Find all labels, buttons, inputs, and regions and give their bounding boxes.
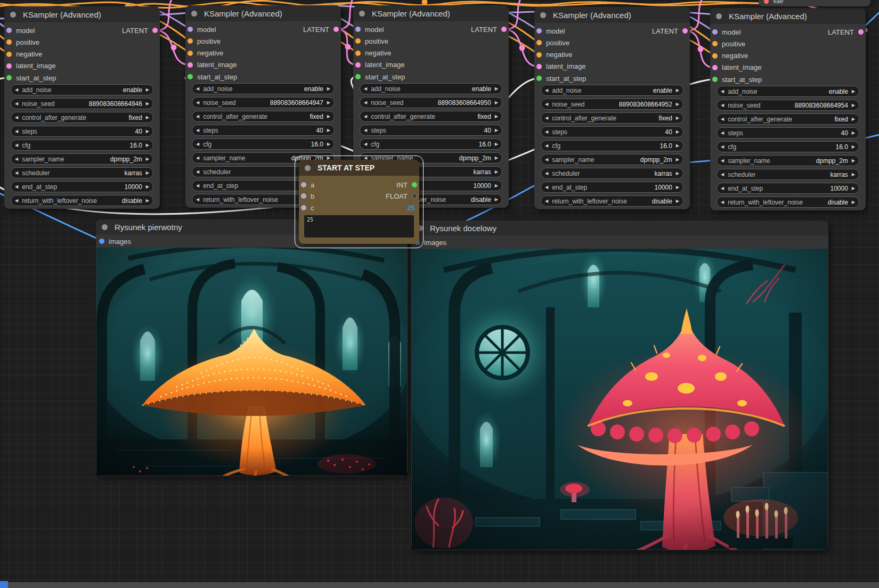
decrement-arrow[interactable]: ◀ <box>364 115 367 119</box>
increment-arrow[interactable]: ▶ <box>852 186 855 191</box>
c-input-dot[interactable] <box>301 205 306 210</box>
increment-arrow[interactable]: ▶ <box>327 87 330 91</box>
increment-arrow[interactable]: ▶ <box>146 102 149 106</box>
increment-arrow[interactable]: ▶ <box>852 200 855 205</box>
a-input-dot[interactable] <box>301 182 306 187</box>
decrement-arrow[interactable]: ◀ <box>545 88 548 93</box>
increment-arrow[interactable]: ▶ <box>146 88 149 92</box>
collapse-dot[interactable] <box>191 11 197 17</box>
increment-arrow[interactable]: ▶ <box>495 170 498 174</box>
int-output-dot[interactable] <box>412 182 417 187</box>
increment-arrow[interactable]: ▶ <box>495 198 498 202</box>
increment-arrow[interactable]: ▶ <box>327 115 330 119</box>
increment-arrow[interactable]: ▶ <box>495 184 498 188</box>
increment-arrow[interactable]: ▶ <box>495 142 498 146</box>
increment-arrow[interactable]: ▶ <box>327 101 330 105</box>
widget-control_after_generate[interactable]: ◀control_after_generatefixed▶ <box>192 111 335 122</box>
decrement-arrow[interactable]: ◀ <box>196 198 199 202</box>
latent-output-dot[interactable] <box>858 29 864 35</box>
node-title-bar[interactable]: KSampler (Advanced) <box>710 8 866 24</box>
latent-output-dot[interactable] <box>682 28 688 34</box>
widget-end_at_step[interactable]: ◀end_at_step10000▶ <box>11 181 153 192</box>
widget-add_noise[interactable]: ◀add_noiseenable▶ <box>541 85 683 96</box>
widget-scheduler[interactable]: ◀schedulerkarras▶ <box>11 167 153 178</box>
widget-sampler_name[interactable]: ◀sampler_namedpmpp_2m▶ <box>11 153 153 165</box>
decrement-arrow[interactable]: ◀ <box>15 157 18 161</box>
widget-return_with_leftover_noise[interactable]: ◀return_with_leftover_noisedisable▶ <box>11 195 153 206</box>
increment-arrow[interactable]: ▶ <box>146 171 149 175</box>
widget-steps[interactable]: ◀steps40▶ <box>541 126 683 137</box>
collapse-dot[interactable] <box>359 11 365 17</box>
negative-input-dot[interactable] <box>188 51 193 56</box>
collapse-dot[interactable] <box>102 224 108 230</box>
widget-control_after_generate[interactable]: ◀control_after_generatefixed▶ <box>360 111 502 122</box>
model-input-dot[interactable] <box>536 28 542 34</box>
widget-return_with_leftover_noise[interactable]: ◀return_with_leftover_noisedisable▶ <box>541 195 683 207</box>
float-output-dot[interactable] <box>412 193 417 199</box>
increment-arrow[interactable]: ▶ <box>146 157 149 161</box>
negative-input-dot[interactable] <box>6 52 12 57</box>
latent_image-input-dot[interactable] <box>6 63 12 69</box>
decrement-arrow[interactable]: ◀ <box>196 142 199 146</box>
increment-arrow[interactable]: ▶ <box>852 159 855 163</box>
increment-arrow[interactable]: ▶ <box>852 173 855 177</box>
start_at_step-input-dot[interactable] <box>355 74 361 79</box>
model-input-dot[interactable] <box>355 27 361 32</box>
decrement-arrow[interactable]: ◀ <box>721 103 724 108</box>
start_at_step-input-dot[interactable] <box>188 74 193 79</box>
positive-input-dot[interactable] <box>188 38 193 44</box>
latent_image-input-dot[interactable] <box>188 62 193 68</box>
decrement-arrow[interactable]: ◀ <box>15 102 18 106</box>
widget-sampler_name[interactable]: ◀sampler_namedpmpp_2m▶ <box>541 154 683 165</box>
node-title-bar[interactable]: KSampler (Advanced) <box>534 7 690 23</box>
model-input-dot[interactable] <box>188 27 193 32</box>
decrement-arrow[interactable]: ◀ <box>15 143 18 148</box>
widget-sampler_name[interactable]: ◀sampler_namedpmpp_2m▶ <box>717 155 859 166</box>
decrement-arrow[interactable]: ◀ <box>721 89 724 94</box>
widget-noise_seed[interactable]: ◀noise_seed889083608664946▶ <box>11 98 153 109</box>
increment-arrow[interactable]: ▶ <box>676 185 679 190</box>
decrement-arrow[interactable]: ◀ <box>721 117 724 121</box>
decrement-arrow[interactable]: ◀ <box>196 156 199 160</box>
decrement-arrow[interactable]: ◀ <box>364 101 367 105</box>
increment-arrow[interactable]: ▶ <box>146 185 149 189</box>
decrement-arrow[interactable]: ◀ <box>545 144 548 148</box>
increment-arrow[interactable]: ▶ <box>852 103 855 108</box>
widget-steps[interactable]: ◀steps40▶ <box>11 126 153 137</box>
increment-arrow[interactable]: ▶ <box>676 88 679 93</box>
widget-noise_seed[interactable]: ◀noise_seed889083608664950▶ <box>360 97 502 108</box>
start_at_step-input-dot[interactable] <box>536 76 542 81</box>
widget-add_noise[interactable]: ◀add_noiseenable▶ <box>192 83 335 94</box>
positive-input-dot[interactable] <box>536 40 542 45</box>
decrement-arrow[interactable]: ◀ <box>364 142 367 146</box>
node-title-bar[interactable]: START AT STEP <box>299 160 419 176</box>
decrement-arrow[interactable]: ◀ <box>196 87 199 91</box>
collapse-dot[interactable] <box>305 165 311 171</box>
model-input-dot[interactable] <box>6 28 12 33</box>
decrement-arrow[interactable]: ◀ <box>15 171 18 175</box>
increment-arrow[interactable]: ▶ <box>327 128 330 133</box>
decrement-arrow[interactable]: ◀ <box>15 199 18 203</box>
images-input-dot[interactable] <box>99 239 104 244</box>
increment-arrow[interactable]: ▶ <box>495 156 498 160</box>
widget-add_noise[interactable]: ◀add_noiseenable▶ <box>717 86 859 97</box>
widget-control_after_generate[interactable]: ◀control_after_generatefixed▶ <box>11 112 153 123</box>
negative-input-dot[interactable] <box>536 52 542 58</box>
decrement-arrow[interactable]: ◀ <box>15 185 18 189</box>
decrement-arrow[interactable]: ◀ <box>721 145 724 149</box>
latent-output-dot[interactable] <box>501 27 507 32</box>
decrement-arrow[interactable]: ◀ <box>545 199 548 203</box>
model-input-dot[interactable] <box>712 29 718 35</box>
latent_image-input-dot[interactable] <box>712 65 718 70</box>
increment-arrow[interactable]: ▶ <box>146 199 149 203</box>
increment-arrow[interactable]: ▶ <box>327 142 330 146</box>
decrement-arrow[interactable]: ◀ <box>196 184 199 188</box>
widget-add_noise[interactable]: ◀add_noiseenable▶ <box>360 83 502 94</box>
decrement-arrow[interactable]: ◀ <box>545 102 548 107</box>
decrement-arrow[interactable]: ◀ <box>721 131 724 135</box>
widget-end_at_step[interactable]: ◀end_at_step10000▶ <box>717 183 859 194</box>
decrement-arrow[interactable]: ◀ <box>545 116 548 120</box>
increment-arrow[interactable]: ▶ <box>676 158 679 162</box>
decrement-arrow[interactable]: ◀ <box>545 172 548 176</box>
widget-cfg[interactable]: ◀cfg16.0▶ <box>11 140 153 151</box>
